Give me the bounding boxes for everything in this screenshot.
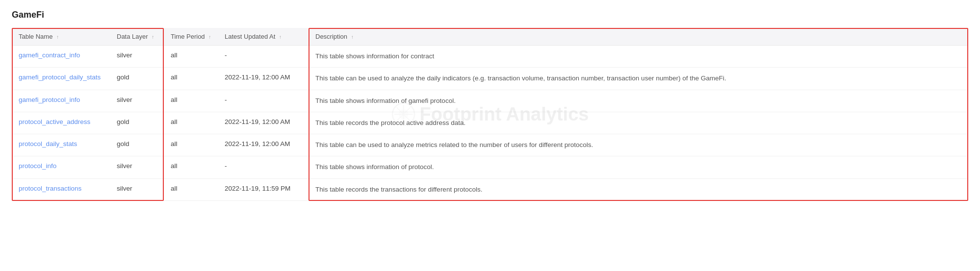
- table-row: gamefi_contract_infosilverall-This table…: [12, 46, 968, 68]
- table-header: Table Name ↑ Data Layer ↑ Time Period ↑ …: [12, 28, 968, 46]
- cell-description: This table shows information of gamefi p…: [309, 90, 968, 112]
- cell-updated: 2022-11-19, 12:00 AM: [218, 112, 309, 134]
- cell-description: This table records the transactions for …: [309, 178, 968, 200]
- table-name-link[interactable]: protocol_active_address: [19, 118, 90, 125]
- table-name-link[interactable]: protocol_daily_stats: [19, 140, 77, 148]
- cell-description: This table records the protocol active a…: [309, 112, 968, 134]
- cell-layer: gold: [110, 68, 164, 90]
- table-name-link[interactable]: protocol_transactions: [19, 185, 81, 192]
- table-name-link[interactable]: protocol_info: [19, 162, 56, 170]
- cell-layer: silver: [110, 46, 164, 68]
- cell-layer: silver: [110, 178, 164, 200]
- table-row: gamefi_protocol_daily_statsgoldall2022-1…: [12, 68, 968, 90]
- cell-description: This table shows information of protocol…: [309, 156, 968, 178]
- cell-updated: -: [218, 90, 309, 112]
- cell-period: all: [164, 156, 218, 178]
- cell-description: This table can be used to analyze metric…: [309, 134, 968, 156]
- table-name-link[interactable]: gamefi_contract_info: [19, 51, 80, 59]
- table-row: protocol_active_addressgoldall2022-11-19…: [12, 112, 968, 134]
- table-body: gamefi_contract_infosilverall-This table…: [12, 46, 968, 201]
- cell-period: all: [164, 46, 218, 68]
- cell-name: protocol_daily_stats: [12, 134, 110, 156]
- cell-updated: -: [218, 156, 309, 178]
- col-header-name[interactable]: Table Name ↑: [12, 28, 110, 46]
- cell-updated: 2022-11-19, 11:59 PM: [218, 178, 309, 200]
- table-row: gamefi_protocol_infosilverall-This table…: [12, 90, 968, 112]
- cell-description: This table shows information for contrac…: [309, 46, 968, 68]
- sort-arrow-layer: ↑: [152, 34, 154, 40]
- cell-name: gamefi_protocol_daily_stats: [12, 68, 110, 90]
- cell-layer: gold: [110, 134, 164, 156]
- sort-arrow-desc: ↑: [351, 34, 354, 40]
- table-wrapper: Footprint Analytics Table Name ↑ Data La…: [12, 28, 968, 201]
- data-table: Table Name ↑ Data Layer ↑ Time Period ↑ …: [12, 28, 968, 201]
- cell-updated: -: [218, 46, 309, 68]
- cell-period: all: [164, 68, 218, 90]
- cell-period: all: [164, 134, 218, 156]
- cell-name: gamefi_protocol_info: [12, 90, 110, 112]
- cell-name: protocol_active_address: [12, 112, 110, 134]
- table-name-link[interactable]: gamefi_protocol_daily_stats: [19, 74, 101, 81]
- table-name-link[interactable]: gamefi_protocol_info: [19, 96, 80, 103]
- cell-name: protocol_transactions: [12, 178, 110, 200]
- col-header-description[interactable]: Description ↑: [309, 28, 968, 46]
- cell-updated: 2022-11-19, 12:00 AM: [218, 134, 309, 156]
- sort-arrow-updated: ↑: [279, 34, 282, 40]
- col-header-updated[interactable]: Latest Updated At ↑: [218, 28, 309, 46]
- cell-updated: 2022-11-19, 12:00 AM: [218, 68, 309, 90]
- sort-arrow-period: ↑: [208, 34, 211, 40]
- table-row: protocol_infosilverall-This table shows …: [12, 156, 968, 178]
- cell-layer: silver: [110, 156, 164, 178]
- cell-layer: gold: [110, 112, 164, 134]
- cell-description: This table can be used to analyze the da…: [309, 68, 968, 90]
- cell-period: all: [164, 112, 218, 134]
- sort-arrow-name: ↑: [56, 34, 59, 40]
- cell-period: all: [164, 178, 218, 200]
- cell-layer: silver: [110, 90, 164, 112]
- col-header-layer[interactable]: Data Layer ↑: [110, 28, 164, 46]
- cell-period: all: [164, 90, 218, 112]
- table-row: protocol_transactionssilverall2022-11-19…: [12, 178, 968, 200]
- cell-name: protocol_info: [12, 156, 110, 178]
- col-header-period[interactable]: Time Period ↑: [164, 28, 218, 46]
- table-row: protocol_daily_statsgoldall2022-11-19, 1…: [12, 134, 968, 156]
- cell-name: gamefi_contract_info: [12, 46, 110, 68]
- page-title: GameFi: [12, 10, 968, 20]
